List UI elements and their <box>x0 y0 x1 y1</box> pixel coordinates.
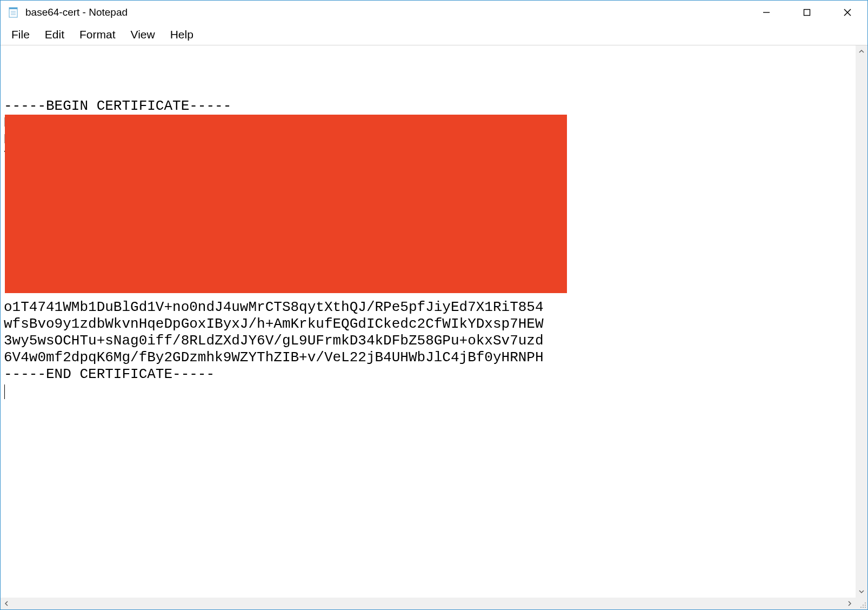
svg-point-11 <box>865 605 866 606</box>
maximize-button[interactable] <box>786 1 827 24</box>
menu-help[interactable]: Help <box>163 26 201 43</box>
horizontal-scroll-track[interactable] <box>12 598 844 609</box>
svg-point-10 <box>863 605 864 606</box>
svg-rect-1 <box>9 8 17 9</box>
menu-file[interactable]: File <box>4 26 37 43</box>
vertical-scroll-track[interactable] <box>856 57 867 586</box>
notepad-window: base64-cert - Notepad File Edit Format V… <box>0 0 868 610</box>
scroll-right-arrow-icon[interactable] <box>844 598 856 609</box>
size-grip-icon[interactable] <box>856 598 867 609</box>
menu-view[interactable]: View <box>123 26 163 43</box>
menu-format[interactable]: Format <box>72 26 123 43</box>
text-line: o1T4741WMb1DuBlGd1V+no0ndJ4uwMrCTS8qytXt… <box>4 299 852 316</box>
text-line: wfsBvo9y1zdbWkvnHqeDpGoxIByxJ/h+AmKrkufE… <box>4 316 852 333</box>
menu-edit[interactable]: Edit <box>37 26 72 43</box>
minimize-button[interactable] <box>746 1 786 24</box>
text-caret <box>4 384 5 399</box>
scroll-up-arrow-icon[interactable] <box>856 45 867 57</box>
notepad-icon <box>7 6 20 19</box>
text-line: 6V4w0mf2dpqK6Mg/fBy2GDzmhk9WZYThZIB+v/Ve… <box>4 349 852 366</box>
scroll-down-arrow-icon[interactable] <box>856 586 867 598</box>
svg-point-13 <box>863 607 864 608</box>
text-line: -----END CERTIFICATE----- <box>4 366 852 383</box>
client-area: -----BEGIN CERTIFICATE-----MIIC/DCCAeSgA… <box>1 45 867 598</box>
close-button[interactable] <box>827 1 867 24</box>
svg-point-9 <box>865 602 866 604</box>
titlebar[interactable]: base64-cert - Notepad <box>1 1 867 24</box>
text-area[interactable]: -----BEGIN CERTIFICATE-----MIIC/DCCAeSgA… <box>1 45 856 598</box>
text-line <box>4 383 852 400</box>
svg-point-14 <box>865 607 866 608</box>
text-line: 3wy5wsOCHTu+sNag0iff/8RLdZXdJY6V/gL9UFrm… <box>4 333 852 349</box>
svg-point-12 <box>860 607 862 608</box>
menubar: File Edit Format View Help <box>1 24 867 45</box>
text-line: -----BEGIN CERTIFICATE----- <box>4 98 852 115</box>
svg-rect-6 <box>804 10 810 16</box>
vertical-scrollbar[interactable] <box>856 45 867 598</box>
horizontal-scrollbar[interactable] <box>1 598 856 609</box>
window-title: base64-cert - Notepad <box>25 6 128 18</box>
window-controls <box>746 1 867 24</box>
redaction-overlay <box>5 115 567 293</box>
scroll-left-arrow-icon[interactable] <box>1 598 12 609</box>
horizontal-scrollbar-row <box>1 598 867 609</box>
